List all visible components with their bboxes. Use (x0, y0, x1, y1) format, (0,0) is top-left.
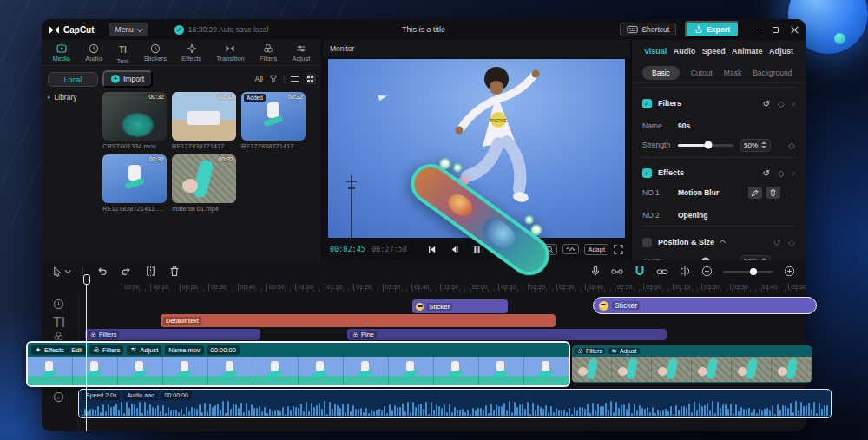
adjust-badge[interactable]: Adjust (127, 345, 161, 355)
media-tab-adjust[interactable]: Adjust (292, 43, 310, 62)
inspector-tab-adjust[interactable]: Adjust (769, 47, 793, 56)
inspector-tab-visual[interactable]: Visual (644, 47, 667, 56)
effects-edit-badge[interactable]: Effects – Edit (31, 345, 86, 355)
source-tab-local[interactable]: Local (48, 72, 98, 87)
timeline-ruler[interactable]: 00:0000:1000:2000:3000:4000:5001:0001:10… (42, 282, 806, 294)
filters-checkbox[interactable]: ✓ (642, 99, 652, 108)
media-thumbnail[interactable]: 00:32 (102, 92, 167, 141)
media-item[interactable]: 00:32 material 01.mp4 (172, 154, 236, 213)
fullscreen-button[interactable] (614, 245, 623, 254)
inspector-tab-speed[interactable]: Speed (702, 47, 726, 56)
timeline-zoom-slider[interactable] (723, 271, 773, 273)
redo-button[interactable] (121, 266, 132, 277)
filter-funnel-icon[interactable] (269, 75, 278, 83)
inspector-subtab-basic[interactable]: Basic (642, 66, 680, 80)
keyframe-icon[interactable]: ◇ (778, 99, 785, 108)
keyframe-icon[interactable]: ◇ (778, 168, 785, 178)
filters-clip[interactable]: Filters (85, 329, 260, 340)
grid-view-icon[interactable] (306, 74, 316, 84)
keyframe-icon[interactable]: ◇ (788, 238, 795, 247)
pine-clip[interactable]: Pine (347, 329, 667, 340)
auto-ripple-icon[interactable] (611, 266, 623, 277)
media-item[interactable]: 00:32 RE127838721412.mp4 (102, 154, 167, 213)
filters-badge[interactable]: Filters (575, 348, 605, 354)
sticker-clip-2-selected[interactable]: Sticker (593, 297, 817, 314)
filters-badge[interactable]: Filters (89, 345, 123, 355)
undo-button[interactable] (96, 266, 108, 277)
pause-button[interactable] (472, 245, 482, 254)
render-preview-button[interactable] (562, 244, 579, 254)
export-button[interactable]: Export (685, 21, 740, 38)
source-tab-library[interactable]: ▸ Library (48, 93, 77, 102)
media-thumbnail[interactable]: 00:32 (172, 154, 236, 203)
delete-effect-button[interactable] (766, 187, 780, 199)
edit-effect-button[interactable] (748, 187, 762, 199)
keyframe-icon[interactable]: ◇ (788, 141, 795, 150)
media-tab-transition[interactable]: Transition (216, 43, 245, 62)
playhead-line[interactable] (86, 284, 87, 431)
triangle-right-icon: ▸ (48, 94, 51, 101)
media-thumbnail[interactable]: 00:32 (102, 154, 167, 203)
maximize-button[interactable] (773, 27, 779, 33)
split-button[interactable] (145, 266, 156, 277)
media-item[interactable]: 00:32 CRST001334.mov (102, 92, 167, 150)
inspector-subtab-mask[interactable]: Mask (724, 69, 741, 77)
import-button[interactable]: + Import (102, 70, 153, 88)
strength-slider[interactable] (678, 144, 733, 147)
timeline-tracks: TI ♪ Sticker Sticker Default text (42, 294, 806, 431)
inspector-tab-animate[interactable]: Animate (732, 47, 763, 56)
minimize-button[interactable] (753, 30, 760, 30)
adapt-ratio-button[interactable]: Adapt (584, 244, 608, 255)
zoom-out-button[interactable] (701, 266, 713, 277)
chevron-right-icon[interactable]: › (792, 168, 795, 178)
zoom-row: Zoom 50% (632, 253, 806, 260)
inspector-subtab-background[interactable]: Background (753, 69, 792, 77)
reset-icon[interactable]: ↺ (763, 99, 770, 108)
media-tab-filters[interactable]: Filters (260, 43, 277, 62)
media-thumbnail[interactable]: 00:32 (172, 92, 236, 141)
main-video-clip-selected[interactable]: Effects – Edit Filters Adjust Name.mov 0… (26, 341, 570, 387)
reset-icon[interactable]: ↺ (773, 238, 780, 247)
magnet-icon[interactable] (634, 266, 646, 277)
menu-button[interactable]: Menu (108, 23, 148, 36)
sticker-clip-1[interactable]: Sticker (412, 299, 508, 313)
skip-start-button[interactable] (427, 245, 437, 254)
strength-label: Strength (642, 141, 670, 149)
media-tab-media[interactable]: Media (53, 43, 70, 62)
select-tool-button[interactable] (52, 266, 69, 277)
audio-clip-selected[interactable]: Speed 2.0x Audio.aac 00:00:00 (78, 389, 832, 418)
record-voiceover-button[interactable] (590, 266, 601, 277)
media-tab-stickers[interactable]: Stickers (143, 43, 167, 62)
media-item[interactable]: 00:32 RE127838721412.mp4 (172, 92, 236, 150)
playhead-handle[interactable] (83, 274, 90, 285)
inspector-subtab-cutout[interactable]: Cutout (691, 69, 713, 77)
filter-all-label[interactable]: All (255, 75, 263, 83)
media-tab-audio[interactable]: Audio (85, 43, 102, 62)
media-tab-text[interactable]: TI Text (116, 41, 128, 65)
delete-button[interactable] (169, 266, 180, 277)
media-tab-effects[interactable]: Effects (181, 43, 201, 62)
effects-checkbox[interactable]: ✓ (642, 168, 652, 178)
step-back-button[interactable] (450, 245, 459, 254)
inspector-tab-audio[interactable]: Audio (674, 47, 696, 56)
close-button[interactable] (791, 26, 799, 34)
media-item[interactable]: Added 00:32 RE127838721412.mp4 (241, 92, 306, 150)
stepper-icon[interactable] (761, 141, 766, 148)
link-clips-icon[interactable] (656, 266, 668, 277)
split-preview-icon[interactable] (679, 266, 691, 277)
effect-1-name: Motion Blur (678, 188, 719, 197)
second-video-clip[interactable]: Filters Adjust (572, 345, 812, 383)
collapse-icon[interactable] (720, 239, 726, 245)
reset-icon[interactable]: ↺ (763, 168, 770, 178)
street-lamp (351, 175, 352, 238)
shortcut-button[interactable]: Shortcut (620, 23, 676, 36)
strength-value-box[interactable]: 50% (740, 139, 771, 152)
zoom-in-button[interactable] (784, 266, 795, 277)
text-clip[interactable]: Default text (161, 314, 556, 327)
media-thumbnail[interactable]: Added 00:32 (241, 92, 306, 141)
adjust-badge[interactable]: Adjust (608, 348, 639, 354)
chevron-right-icon[interactable]: › (792, 99, 795, 108)
list-view-icon[interactable] (291, 76, 299, 82)
position-size-checkbox[interactable] (642, 238, 652, 247)
filter-name-value[interactable]: 90s (678, 121, 690, 130)
